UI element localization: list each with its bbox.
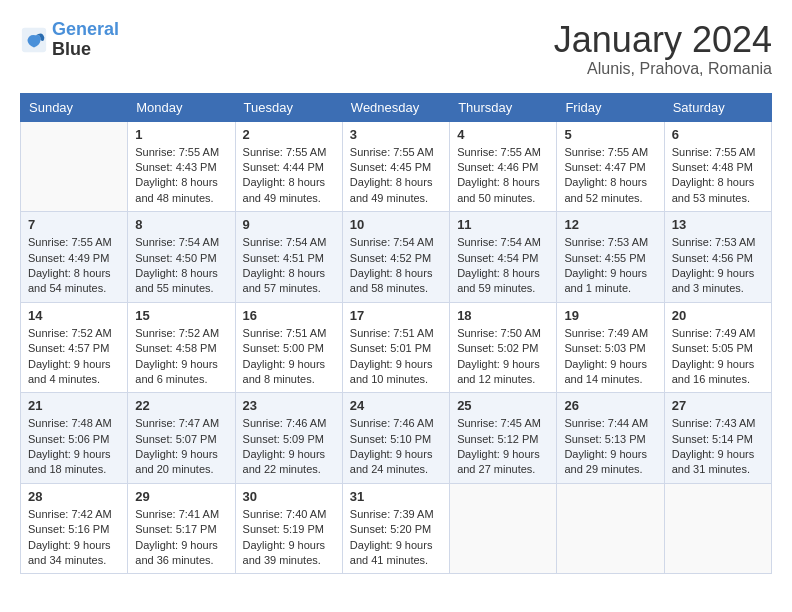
day-number: 3	[350, 127, 442, 142]
day-number: 27	[672, 398, 764, 413]
calendar-cell: 17 Sunrise: 7:51 AMSunset: 5:01 PMDaylig…	[342, 302, 449, 393]
cell-content: Sunrise: 7:55 AMSunset: 4:49 PMDaylight:…	[28, 236, 112, 294]
calendar-cell	[21, 121, 128, 212]
day-number: 29	[135, 489, 227, 504]
cell-content: Sunrise: 7:49 AMSunset: 5:05 PMDaylight:…	[672, 327, 756, 385]
day-number: 21	[28, 398, 120, 413]
calendar-cell: 13 Sunrise: 7:53 AMSunset: 4:56 PMDaylig…	[664, 212, 771, 303]
day-number: 22	[135, 398, 227, 413]
day-number: 26	[564, 398, 656, 413]
logo-icon	[20, 26, 48, 54]
calendar-cell: 8 Sunrise: 7:54 AMSunset: 4:50 PMDayligh…	[128, 212, 235, 303]
cell-content: Sunrise: 7:51 AMSunset: 5:00 PMDaylight:…	[243, 327, 327, 385]
cell-content: Sunrise: 7:46 AMSunset: 5:09 PMDaylight:…	[243, 417, 327, 475]
weekday-header-saturday: Saturday	[664, 93, 771, 121]
calendar-cell: 6 Sunrise: 7:55 AMSunset: 4:48 PMDayligh…	[664, 121, 771, 212]
calendar-cell: 2 Sunrise: 7:55 AMSunset: 4:44 PMDayligh…	[235, 121, 342, 212]
calendar-cell: 30 Sunrise: 7:40 AMSunset: 5:19 PMDaylig…	[235, 483, 342, 574]
calendar-cell: 3 Sunrise: 7:55 AMSunset: 4:45 PMDayligh…	[342, 121, 449, 212]
cell-content: Sunrise: 7:52 AMSunset: 4:58 PMDaylight:…	[135, 327, 219, 385]
day-number: 20	[672, 308, 764, 323]
weekday-header-row: SundayMondayTuesdayWednesdayThursdayFrid…	[21, 93, 772, 121]
cell-content: Sunrise: 7:54 AMSunset: 4:54 PMDaylight:…	[457, 236, 541, 294]
logo: General Blue	[20, 20, 119, 60]
title-section: January 2024 Alunis, Prahova, Romania	[554, 20, 772, 78]
logo-text: General Blue	[52, 20, 119, 60]
day-number: 25	[457, 398, 549, 413]
day-number: 14	[28, 308, 120, 323]
cell-content: Sunrise: 7:50 AMSunset: 5:02 PMDaylight:…	[457, 327, 541, 385]
calendar-cell: 1 Sunrise: 7:55 AMSunset: 4:43 PMDayligh…	[128, 121, 235, 212]
calendar-cell: 28 Sunrise: 7:42 AMSunset: 5:16 PMDaylig…	[21, 483, 128, 574]
weekday-header-wednesday: Wednesday	[342, 93, 449, 121]
day-number: 5	[564, 127, 656, 142]
cell-content: Sunrise: 7:55 AMSunset: 4:44 PMDaylight:…	[243, 146, 327, 204]
day-number: 11	[457, 217, 549, 232]
day-number: 8	[135, 217, 227, 232]
cell-content: Sunrise: 7:55 AMSunset: 4:45 PMDaylight:…	[350, 146, 434, 204]
calendar-cell: 14 Sunrise: 7:52 AMSunset: 4:57 PMDaylig…	[21, 302, 128, 393]
calendar-cell: 10 Sunrise: 7:54 AMSunset: 4:52 PMDaylig…	[342, 212, 449, 303]
calendar-cell	[664, 483, 771, 574]
day-number: 24	[350, 398, 442, 413]
day-number: 2	[243, 127, 335, 142]
cell-content: Sunrise: 7:53 AMSunset: 4:55 PMDaylight:…	[564, 236, 648, 294]
week-row-1: 1 Sunrise: 7:55 AMSunset: 4:43 PMDayligh…	[21, 121, 772, 212]
cell-content: Sunrise: 7:43 AMSunset: 5:14 PMDaylight:…	[672, 417, 756, 475]
calendar-cell: 18 Sunrise: 7:50 AMSunset: 5:02 PMDaylig…	[450, 302, 557, 393]
cell-content: Sunrise: 7:55 AMSunset: 4:43 PMDaylight:…	[135, 146, 219, 204]
calendar-cell: 11 Sunrise: 7:54 AMSunset: 4:54 PMDaylig…	[450, 212, 557, 303]
week-row-3: 14 Sunrise: 7:52 AMSunset: 4:57 PMDaylig…	[21, 302, 772, 393]
cell-content: Sunrise: 7:39 AMSunset: 5:20 PMDaylight:…	[350, 508, 434, 566]
cell-content: Sunrise: 7:54 AMSunset: 4:50 PMDaylight:…	[135, 236, 219, 294]
day-number: 12	[564, 217, 656, 232]
cell-content: Sunrise: 7:46 AMSunset: 5:10 PMDaylight:…	[350, 417, 434, 475]
calendar-cell: 26 Sunrise: 7:44 AMSunset: 5:13 PMDaylig…	[557, 393, 664, 484]
day-number: 15	[135, 308, 227, 323]
cell-content: Sunrise: 7:45 AMSunset: 5:12 PMDaylight:…	[457, 417, 541, 475]
cell-content: Sunrise: 7:55 AMSunset: 4:46 PMDaylight:…	[457, 146, 541, 204]
cell-content: Sunrise: 7:42 AMSunset: 5:16 PMDaylight:…	[28, 508, 112, 566]
day-number: 30	[243, 489, 335, 504]
calendar-cell	[450, 483, 557, 574]
calendar-cell: 19 Sunrise: 7:49 AMSunset: 5:03 PMDaylig…	[557, 302, 664, 393]
day-number: 23	[243, 398, 335, 413]
day-number: 7	[28, 217, 120, 232]
week-row-5: 28 Sunrise: 7:42 AMSunset: 5:16 PMDaylig…	[21, 483, 772, 574]
calendar-cell: 29 Sunrise: 7:41 AMSunset: 5:17 PMDaylig…	[128, 483, 235, 574]
calendar-cell: 4 Sunrise: 7:55 AMSunset: 4:46 PMDayligh…	[450, 121, 557, 212]
cell-content: Sunrise: 7:55 AMSunset: 4:48 PMDaylight:…	[672, 146, 756, 204]
day-number: 28	[28, 489, 120, 504]
day-number: 10	[350, 217, 442, 232]
weekday-header-tuesday: Tuesday	[235, 93, 342, 121]
calendar-cell: 7 Sunrise: 7:55 AMSunset: 4:49 PMDayligh…	[21, 212, 128, 303]
calendar-table: SundayMondayTuesdayWednesdayThursdayFrid…	[20, 93, 772, 575]
calendar-cell: 12 Sunrise: 7:53 AMSunset: 4:55 PMDaylig…	[557, 212, 664, 303]
cell-content: Sunrise: 7:53 AMSunset: 4:56 PMDaylight:…	[672, 236, 756, 294]
day-number: 18	[457, 308, 549, 323]
cell-content: Sunrise: 7:47 AMSunset: 5:07 PMDaylight:…	[135, 417, 219, 475]
day-number: 19	[564, 308, 656, 323]
weekday-header-thursday: Thursday	[450, 93, 557, 121]
calendar-cell: 21 Sunrise: 7:48 AMSunset: 5:06 PMDaylig…	[21, 393, 128, 484]
cell-content: Sunrise: 7:54 AMSunset: 4:52 PMDaylight:…	[350, 236, 434, 294]
cell-content: Sunrise: 7:51 AMSunset: 5:01 PMDaylight:…	[350, 327, 434, 385]
calendar-cell: 22 Sunrise: 7:47 AMSunset: 5:07 PMDaylig…	[128, 393, 235, 484]
cell-content: Sunrise: 7:54 AMSunset: 4:51 PMDaylight:…	[243, 236, 327, 294]
calendar-cell: 25 Sunrise: 7:45 AMSunset: 5:12 PMDaylig…	[450, 393, 557, 484]
day-number: 4	[457, 127, 549, 142]
calendar-cell	[557, 483, 664, 574]
weekday-header-sunday: Sunday	[21, 93, 128, 121]
cell-content: Sunrise: 7:44 AMSunset: 5:13 PMDaylight:…	[564, 417, 648, 475]
location-title: Alunis, Prahova, Romania	[554, 60, 772, 78]
calendar-cell: 31 Sunrise: 7:39 AMSunset: 5:20 PMDaylig…	[342, 483, 449, 574]
month-title: January 2024	[554, 20, 772, 60]
calendar-cell: 5 Sunrise: 7:55 AMSunset: 4:47 PMDayligh…	[557, 121, 664, 212]
day-number: 9	[243, 217, 335, 232]
day-number: 6	[672, 127, 764, 142]
weekday-header-friday: Friday	[557, 93, 664, 121]
day-number: 31	[350, 489, 442, 504]
calendar-cell: 9 Sunrise: 7:54 AMSunset: 4:51 PMDayligh…	[235, 212, 342, 303]
calendar-cell: 20 Sunrise: 7:49 AMSunset: 5:05 PMDaylig…	[664, 302, 771, 393]
week-row-2: 7 Sunrise: 7:55 AMSunset: 4:49 PMDayligh…	[21, 212, 772, 303]
